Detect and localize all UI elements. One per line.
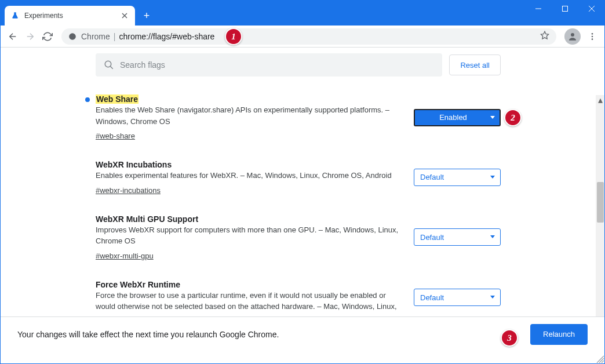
resize-handle[interactable] <box>593 352 605 364</box>
close-tab-icon[interactable] <box>120 11 129 20</box>
flag-item: WebXR Multi GPU Support Improves WebXR s… <box>96 214 501 261</box>
flag-description: Force the browser to use a particular ru… <box>96 290 402 312</box>
scrollbar[interactable]: ▴ ▾ <box>596 95 605 329</box>
svg-point-5 <box>592 35 593 37</box>
flag-description: Improves WebXR support for computers wit… <box>96 224 402 247</box>
relaunch-message: Your changes will take effect the next t… <box>17 330 279 339</box>
browser-tab[interactable]: Experiments <box>5 6 135 26</box>
flag-item: Web Share Enables the Web Share (navigat… <box>96 94 501 141</box>
search-flags-input[interactable]: Search flags <box>96 53 442 77</box>
svg-point-3 <box>571 33 574 37</box>
maximize-button[interactable] <box>552 0 578 17</box>
flag-title: WebXR Multi GPU Support <box>96 214 198 224</box>
annotation-badge-3: 3 <box>501 329 518 347</box>
flag-anchor-link[interactable]: #web-share <box>96 132 135 140</box>
flag-item: WebXR Incubations Enables experimental f… <box>96 159 501 195</box>
flag-item: Force WebXr Runtime Force the browser to… <box>96 279 501 316</box>
flag-state-select[interactable]: Default <box>414 289 501 306</box>
active-dot-icon <box>85 97 90 102</box>
window-titlebar: Experiments + <box>0 0 605 26</box>
flask-icon <box>10 11 20 20</box>
search-icon <box>104 60 114 70</box>
svg-point-6 <box>592 38 593 40</box>
forward-button[interactable] <box>22 28 38 45</box>
close-window-button[interactable] <box>578 0 605 17</box>
flag-state-select[interactable]: Default <box>414 169 501 186</box>
scroll-up-arrow[interactable]: ▴ <box>596 95 605 104</box>
flag-description: Enables experimental features for WebXR.… <box>96 170 402 181</box>
url-text: chrome://flags/#web-share <box>119 32 214 41</box>
annotation-badge-2: 2 <box>504 109 522 126</box>
svg-marker-2 <box>541 31 548 39</box>
svg-rect-0 <box>563 6 568 12</box>
search-placeholder: Search flags <box>120 60 165 70</box>
window-controls <box>525 0 605 17</box>
flag-anchor-link[interactable]: #webxr-multi-gpu <box>96 252 154 260</box>
minimize-button[interactable] <box>525 0 552 17</box>
flag-title: WebXR Incubations <box>96 160 172 169</box>
browser-toolbar: Chrome | chrome://flags/#web-share <box>0 26 605 48</box>
chrome-menu-button[interactable] <box>584 28 600 45</box>
flag-state-select[interactable]: Enabled <box>414 109 501 126</box>
page-content: Search flags Reset all Web Share Enables… <box>0 48 605 329</box>
flag-title: Web Share <box>96 94 139 104</box>
flag-title: Force WebXr Runtime <box>96 280 180 289</box>
profile-avatar[interactable] <box>564 28 581 45</box>
scrollbar-thumb[interactable] <box>597 182 604 223</box>
reload-button[interactable] <box>39 28 56 45</box>
url-scheme-label: Chrome <box>81 32 110 41</box>
svg-point-4 <box>592 33 593 35</box>
new-tab-button[interactable]: + <box>139 8 155 24</box>
tab-title: Experiments <box>24 12 120 20</box>
address-bar[interactable]: Chrome | chrome://flags/#web-share <box>61 28 556 45</box>
bookmark-star-icon[interactable] <box>540 31 549 42</box>
reset-all-button[interactable]: Reset all <box>449 54 501 75</box>
svg-point-7 <box>105 61 111 67</box>
flag-state-select[interactable]: Default <box>414 228 501 246</box>
svg-point-1 <box>69 33 76 40</box>
back-button[interactable] <box>5 28 21 45</box>
site-info-icon[interactable] <box>68 32 76 41</box>
annotation-badge-1: 1 <box>225 28 242 45</box>
relaunch-button[interactable]: Relaunch <box>530 324 588 345</box>
flag-description: Enables the Web Share (navigator.share) … <box>96 104 402 127</box>
flag-anchor-link[interactable]: #webxr-incubations <box>96 186 161 195</box>
